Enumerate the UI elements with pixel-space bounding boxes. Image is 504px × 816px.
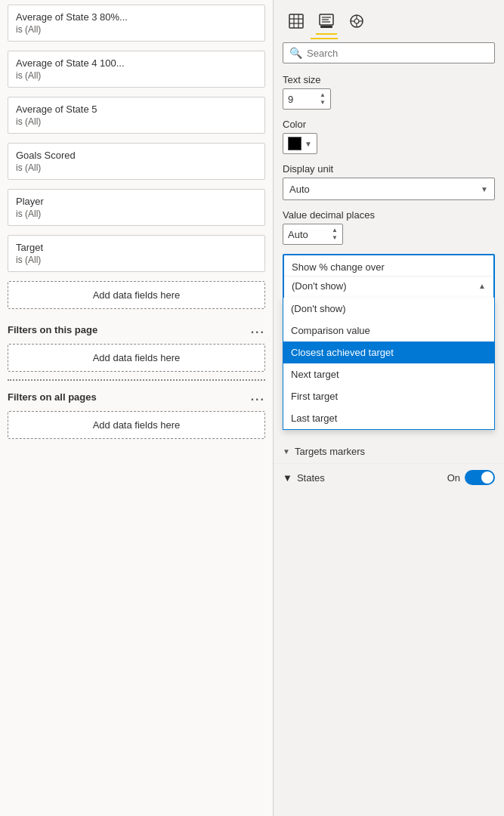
- filter-item-state4: Average of State 4 100... is (All): [8, 51, 265, 88]
- display-unit-dropdown[interactable]: Auto ▼: [283, 178, 495, 200]
- filter-item-target: Target is (All): [8, 235, 265, 272]
- color-label: Color: [283, 119, 495, 130]
- left-panel: Average of State 3 80%... is (All) Avera…: [0, 0, 274, 816]
- decimal-places-section: Value decimal places Auto ▲ ▼: [274, 205, 504, 249]
- color-row: ▼: [283, 133, 495, 154]
- right-panel: 🔍 Text size 9 ▲ ▼ Color ▼ Display unit: [274, 0, 504, 816]
- add-data-fields-button[interactable]: Add data fields here: [8, 281, 265, 309]
- stepper-up-button[interactable]: ▲: [320, 91, 326, 99]
- filters-on-this-page-dots[interactable]: ...: [251, 323, 265, 336]
- display-unit-value: Auto: [289, 184, 310, 195]
- stepper-down-button[interactable]: ▼: [320, 99, 326, 107]
- text-size-row: 9 ▲ ▼: [283, 88, 495, 110]
- filter-item-state5: Average of State 5 is (All): [8, 97, 265, 134]
- targets-markers-collapse[interactable]: ▼ Targets markers: [274, 440, 504, 463]
- filters-on-all-pages-label: Filters on all pages: [8, 391, 97, 403]
- states-collapse[interactable]: ▼ States: [283, 472, 325, 484]
- color-dropdown-arrow: ▼: [305, 140, 312, 148]
- option-closest-achieved[interactable]: Closest achieved target: [283, 342, 494, 363]
- show-pct-current-value: (Don't show): [292, 280, 347, 292]
- display-unit-label: Display unit: [283, 163, 495, 175]
- active-icon-underline: [311, 38, 338, 39]
- filters-on-this-page-header: Filters on this page ...: [0, 314, 273, 339]
- filter-value-state4: is (All): [16, 70, 257, 81]
- filter-value-state5: is (All): [16, 116, 257, 127]
- color-section: Color ▼: [274, 114, 504, 159]
- text-size-value: 9: [288, 94, 293, 105]
- add-data-fields-this-page-button[interactable]: Add data fields here: [8, 344, 265, 372]
- color-picker-button[interactable]: ▼: [283, 133, 317, 154]
- filter-value-target: is (All): [16, 255, 257, 265]
- text-size-section: Text size 9 ▲ ▼: [274, 70, 504, 114]
- display-unit-arrow: ▼: [481, 185, 488, 193]
- filters-on-all-pages-header: Filters on all pages ...: [0, 381, 273, 406]
- decimal-places-row: Auto ▲ ▼: [283, 224, 495, 245]
- decimal-stepper-down-button[interactable]: ▼: [332, 234, 338, 242]
- states-label: States: [297, 472, 325, 484]
- add-data-fields-all-pages-button[interactable]: Add data fields here: [8, 411, 265, 439]
- show-pct-arrow: ▲: [478, 282, 486, 290]
- states-value: On: [447, 472, 460, 484]
- filter-item-player: Player is (All): [8, 189, 265, 226]
- search-input[interactable]: [307, 48, 488, 59]
- decimal-stepper-arrows: ▲ ▼: [332, 227, 338, 242]
- toggle-thumb: [481, 471, 493, 484]
- show-pct-dropdown-open: (Don't show) Comparison value Closest ac…: [283, 298, 495, 430]
- decimal-places-stepper[interactable]: Auto ▲ ▼: [283, 224, 343, 245]
- table-icon-button[interactable]: [283, 8, 310, 35]
- filter-label-state5: Average of State 5: [16, 104, 257, 115]
- display-unit-section: Display unit Auto ▼: [274, 159, 504, 205]
- option-next-target[interactable]: Next target: [283, 363, 494, 385]
- states-row: ▼ States On: [274, 463, 504, 491]
- filter-value-goals: is (All): [16, 162, 257, 173]
- text-size-stepper[interactable]: 9 ▲ ▼: [283, 88, 331, 110]
- filter-label-goals: Goals Scored: [16, 150, 257, 161]
- stepper-arrows: ▲ ▼: [320, 91, 326, 107]
- filter-value-state3: is (All): [16, 24, 257, 35]
- option-dont-show[interactable]: (Don't show): [283, 298, 494, 320]
- search-box[interactable]: 🔍: [283, 42, 495, 63]
- toggle-track[interactable]: [465, 470, 495, 485]
- decimal-stepper-up-button[interactable]: ▲: [332, 227, 338, 234]
- states-chevron-icon: ▼: [283, 472, 292, 484]
- search-icon: 🔍: [289, 47, 302, 59]
- show-pct-change-label: Show % change over: [284, 255, 493, 276]
- svg-rect-9: [320, 26, 332, 28]
- show-pct-change-selector[interactable]: (Don't show) ▲: [284, 276, 493, 298]
- option-first-target[interactable]: First target: [283, 385, 494, 407]
- targets-chevron-icon: ▼: [283, 447, 290, 456]
- filter-label-state4: Average of State 4 100...: [16, 57, 257, 69]
- option-comparison-value[interactable]: Comparison value: [283, 320, 494, 342]
- option-last-target[interactable]: Last target: [283, 407, 494, 429]
- decimal-places-label: Value decimal places: [283, 209, 495, 221]
- states-toggle[interactable]: On: [447, 470, 495, 485]
- show-pct-change-section: Show % change over (Don't show) ▲ (Don't…: [283, 254, 495, 299]
- filter-item-goals: Goals Scored is (All): [8, 143, 265, 180]
- targets-markers-label: Targets markers: [295, 446, 365, 457]
- filter-label-state3: Average of State 3 80%...: [16, 11, 257, 23]
- filters-on-this-page-label: Filters on this page: [8, 324, 97, 335]
- decimal-places-value: Auto: [288, 229, 308, 240]
- filter-value-player: is (All): [16, 209, 257, 219]
- analytics-icon-button[interactable]: [343, 8, 370, 35]
- svg-point-11: [354, 19, 359, 23]
- svg-rect-0: [289, 14, 303, 28]
- filter-label-target: Target: [16, 242, 257, 253]
- text-size-label: Text size: [283, 74, 495, 85]
- filter-item-state3: Average of State 3 80%... is (All): [8, 5, 265, 42]
- filters-on-all-pages-dots[interactable]: ...: [251, 390, 265, 403]
- filter-label-player: Player: [16, 196, 257, 207]
- panel-icon-row: [274, 0, 504, 38]
- format-icon-button[interactable]: [313, 8, 340, 35]
- color-swatch: [288, 137, 301, 150]
